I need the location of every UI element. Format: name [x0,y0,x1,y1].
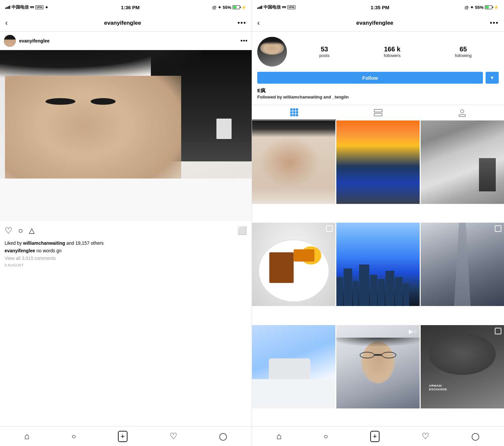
right-activity-tab[interactable]: ♡ [422,431,429,441]
location-icon: @ [212,5,216,10]
right-profile-tab[interactable]: ◯ [471,432,480,441]
followers-label: followers [384,53,401,58]
svg-rect-6 [290,114,293,116]
armani-text: ARMANIEXCHANGE [429,384,447,392]
follow-row: Follow ▼ [257,72,499,84]
right-time: 1:35 PM [371,5,389,10]
profile-avatar[interactable] [257,37,287,67]
tagged-icon [458,108,467,117]
post-more-button[interactable]: ••• [240,38,248,44]
right-add-tab[interactable]: + [370,431,380,442]
post-avatar[interactable] [4,35,16,47]
grid-item-3[interactable] [421,121,504,204]
grid-item-4[interactable] [252,223,335,306]
svg-rect-10 [374,113,382,116]
right-status-bar: 中国电信 ▾▾ VPN 1:35 PM @ ✦ 55% ⚡ [252,0,504,14]
right-more-button[interactable]: ••• [490,19,499,27]
svg-rect-9 [374,109,382,112]
add-tab[interactable]: + [118,431,127,442]
right-home-tab[interactable]: ⌂ [276,431,282,441]
signal-icon [5,6,10,9]
back-button[interactable]: ‹ [5,19,8,27]
svg-rect-8 [296,114,298,116]
video-badge: ▶○ [409,328,417,335]
list-tab[interactable] [336,105,420,120]
left-more-button[interactable]: ••• [238,19,246,27]
grid-item-5[interactable] [336,223,420,306]
profile-stats: 53 posts 166 k followers 65 following [292,45,499,58]
bluetooth-icon: ✦ [218,5,221,10]
left-status-bar: 中国电信 ▾▾ VPN ✦ 1:36 PM @ ✦ 55% ⚡ [0,0,252,14]
right-bluetooth-icon: ✦ [470,5,474,10]
share-button[interactable]: △ [29,226,35,235]
left-status-right: @ ✦ 55% ⚡ [212,5,246,10]
profile-display-name: E疯 [257,88,499,94]
home-tab[interactable]: ⌂ [24,431,30,441]
svg-rect-1 [293,108,295,111]
grid-icon [290,108,299,117]
posts-count: 53 [321,45,328,53]
followed-and-label: and [323,95,331,99]
right-signal-icon [257,6,262,9]
tagged-tab[interactable] [420,105,504,120]
grid-item-6[interactable] [421,223,504,306]
left-bottom-nav: ⌂ ○ + ♡ ◯ [0,426,252,446]
grid-item-8[interactable]: ▶○ [336,325,420,408]
view-comments-link[interactable]: View all 3,015 comments [5,255,247,262]
right-bottom-nav: ⌂ ○ + ♡ ◯ [252,426,504,446]
right-battery-percent: 55% [475,5,484,10]
battery-percent: 55% [223,5,231,10]
followed-user1[interactable]: williamchanwaiting [283,95,322,99]
liked-by-user[interactable]: williamchanwaiting [23,240,65,246]
posts-stat: 53 posts [319,45,329,58]
caption-username[interactable]: evanyifenglee [5,248,35,253]
right-search-tab[interactable]: ○ [323,432,328,441]
post-timestamp: 9 AUGUST [5,263,247,268]
signal-dots: ✦ [45,5,48,10]
following-label: following [455,53,472,58]
following-stat: 65 following [455,45,472,58]
grid-item-7[interactable] [252,325,335,408]
activity-tab[interactable]: ♡ [170,431,177,441]
profile-followed-by: Followed by williamchanwaiting and _teng… [257,95,499,99]
battery-icon [233,5,240,9]
profile-tab[interactable]: ◯ [219,432,227,441]
left-status-left: 中国电信 ▾▾ VPN ✦ [5,4,48,10]
like-button[interactable]: ♡ [5,226,12,236]
followers-count: 166 k [384,45,401,53]
charging-icon: ⚡ [241,5,246,10]
following-count: 65 [460,45,467,53]
svg-rect-3 [290,111,293,114]
follow-button[interactable]: Follow [257,72,483,84]
caption-text: no words gn [37,248,62,253]
profile-stats-row: 53 posts 166 k followers 65 following [257,37,499,67]
right-back-button[interactable]: ‹ [257,19,260,27]
right-phone-panel: 中国电信 ▾▾ VPN 1:35 PM @ ✦ 55% ⚡ ‹ evanyife… [252,0,504,446]
right-battery-icon [485,5,492,9]
post-actions: ♡ ○ △ ⬜ [0,221,252,240]
grid-item-2[interactable] [336,121,420,204]
followed-user2[interactable]: _tenglin [332,95,349,99]
left-nav-title: evanyifenglee [104,20,141,26]
comment-button[interactable]: ○ [18,226,23,235]
grid-item-1[interactable] [252,121,335,204]
caption: evanyifenglee no words gn [5,247,247,254]
posts-label: posts [319,53,329,58]
post-info: Liked by williamchanwaiting and 19,157 o… [0,240,252,271]
grid-item-9[interactable]: ARMANIEXCHANGE [421,325,504,408]
vpn-badge: VPN [35,5,43,9]
follow-dropdown-button[interactable]: ▼ [486,72,499,84]
liked-by-text: Liked by williamchanwaiting and 19,157 o… [5,240,247,247]
post-username[interactable]: evanyifenglee [19,38,237,43]
right-nav-title: evanyifenglee [356,20,393,26]
svg-rect-7 [293,114,295,116]
right-status-left: 中国电信 ▾▾ VPN [257,4,295,10]
svg-rect-12 [459,115,465,117]
liked-others: and 19,157 others [67,240,104,246]
right-vpn-badge: VPN [287,5,295,9]
left-nav-bar: ‹ evanyifenglee ••• [0,14,252,32]
grid-tab[interactable] [252,105,336,120]
bookmark-button[interactable]: ⬜ [237,226,247,235]
liked-by-label: Liked by [5,240,22,246]
search-tab[interactable]: ○ [71,432,76,441]
